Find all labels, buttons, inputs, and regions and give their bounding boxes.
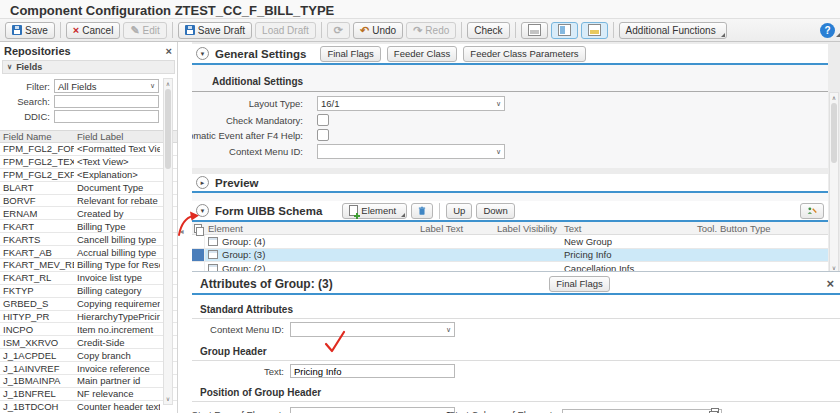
additional-functions-button[interactable]: Additional Functions — [619, 22, 727, 39]
field-row[interactable]: GRBED_S Copying requirements — [0, 298, 177, 311]
check-mandatory-label: Check Mandatory: — [192, 115, 303, 126]
field-label-cell: Invoice reference — [74, 363, 160, 374]
context-menu-dropdown[interactable]: ∨ — [290, 322, 455, 337]
field-row[interactable]: J_1AINVREF Invoice reference — [0, 362, 177, 375]
menu-corner-icon — [721, 33, 725, 37]
field-row[interactable]: FKART_RL Invoice list type — [0, 272, 177, 285]
personalize-icon — [807, 205, 817, 217]
close-attributes-icon[interactable]: × — [826, 278, 834, 289]
field-row[interactable]: ERNAM Created by — [0, 207, 177, 220]
delete-element-button[interactable] — [411, 203, 433, 219]
field-row[interactable]: HITYP_PR HierarchyTypePricing — [0, 311, 177, 324]
form-uibb-schema-header: ▼ Form UIBB Schema Element — [192, 201, 828, 222]
page-title: Component Configuration ZTEST_CC_F_BILL_… — [10, 3, 334, 18]
column-text: Text — [561, 223, 694, 234]
schema-row[interactable]: Group: (4) New Group — [192, 235, 828, 249]
main-area: Repositories × ∨ Fields Filter: All Fiel… — [0, 42, 840, 413]
save-draft-icon — [185, 25, 195, 35]
search-input[interactable] — [54, 95, 159, 108]
repositories-panel: Repositories × ∨ Fields Filter: All Fiel… — [0, 42, 178, 413]
field-row[interactable]: INCPO Item no.increment — [0, 323, 177, 336]
field-label-cell: Billing category — [74, 285, 160, 296]
toolbar-separator — [515, 22, 516, 38]
no-auto-event-checkbox[interactable] — [317, 129, 329, 141]
add-element-button[interactable]: Element — [342, 203, 407, 219]
attributes-panel-title: Attributes of Group: (3) — [200, 277, 333, 291]
scroll-up-icon[interactable]: ∧ — [832, 93, 836, 103]
field-name-cell: FPM_FGL2_EXPLANATION — [0, 169, 74, 180]
field-name-cell: ISM_XKRVO — [0, 337, 74, 348]
field-row[interactable]: J_1BTDCOH Counter header text — [0, 401, 177, 413]
redo-button[interactable]: ↷ Redo — [406, 22, 456, 39]
field-row[interactable]: BLART Document Type — [0, 182, 177, 195]
move-down-button[interactable]: Down — [476, 203, 514, 219]
final-flags-button[interactable]: Final Flags — [320, 46, 380, 62]
field-name-cell: FKTYP — [0, 285, 74, 296]
field-row[interactable]: J_1BNFREL NF relevance — [0, 388, 177, 401]
field-row[interactable]: ISM_XKRVO Credit-Side — [0, 336, 177, 349]
save-draft-button[interactable]: Save Draft — [178, 22, 252, 39]
final-flags-button[interactable]: Final Flags — [549, 276, 609, 292]
check-button[interactable]: Check — [467, 22, 509, 39]
scroll-thumb[interactable] — [165, 89, 171, 169]
repositories-title: Repositories — [4, 45, 71, 57]
field-row[interactable]: J_1ACPDEL Copy branch — [0, 349, 177, 362]
move-up-button[interactable]: Up — [446, 203, 472, 219]
field-row[interactable]: FKTYP Billing category — [0, 285, 177, 298]
configuration-editor: ▼ General Settings Final Flags Feeder Cl… — [192, 42, 840, 413]
field-row[interactable]: J_1BMAINPA Main partner id — [0, 375, 177, 388]
section-expand-icon[interactable]: ► — [196, 176, 209, 189]
help-button[interactable]: ? — [820, 23, 835, 38]
field-row[interactable]: FPM_FGL2_EXPLANATION <Explanation> — [0, 169, 177, 182]
fields-table-header: Field Name Field Label — [0, 130, 177, 143]
group-text-input[interactable] — [290, 364, 455, 378]
personalize-button[interactable] — [800, 203, 824, 219]
filter-dropdown[interactable]: All Fields ∨ — [54, 79, 159, 93]
field-row[interactable]: BORVF Relevant for rebate — [0, 195, 177, 208]
value-help-icon[interactable] — [711, 408, 719, 413]
fields-table: Field Name Field Label FPM_FGL2_FORMATED… — [0, 130, 177, 413]
context-menu-dropdown[interactable]: ∨ — [317, 144, 505, 159]
layout-type-dropdown[interactable]: 16/1 ∨ — [317, 96, 505, 111]
save-button[interactable]: Save — [5, 22, 55, 39]
scroll-thumb[interactable] — [831, 103, 837, 163]
fields-section-toggle[interactable]: ∨ Fields — [2, 60, 175, 74]
field-row[interactable]: FKART_AB Accrual billing type — [0, 246, 177, 259]
row-selector-cell[interactable] — [192, 249, 205, 262]
field-name-cell: INCPO — [0, 324, 74, 335]
layout-left-pane-button[interactable] — [551, 22, 578, 39]
feeder-class-parameters-button[interactable]: Feeder Class Parameters — [463, 46, 585, 62]
close-panel-icon[interactable]: × — [166, 46, 172, 57]
text-label: Text: — [192, 366, 284, 377]
row-selector-cell[interactable] — [192, 235, 205, 248]
field-name-cell: HITYP_PR — [0, 311, 74, 322]
schema-row[interactable]: Group: (3) Pricing Info — [192, 249, 828, 263]
scroll-up-icon[interactable]: ∧ — [166, 79, 170, 89]
field-row[interactable]: FPM_FGL2_TEXT_VIEW <Text View> — [0, 156, 177, 169]
fields-section-title: Fields — [16, 62, 42, 72]
ddic-input[interactable] — [54, 110, 159, 123]
layout-bottom-pane-button[interactable] — [581, 22, 608, 39]
field-row[interactable]: FPM_FGL2_FORMATED_... <Formatted Text Vi… — [0, 143, 177, 156]
start-column-field — [562, 405, 722, 413]
layout-single-pane-button[interactable] — [521, 22, 548, 39]
edit-button[interactable]: ✎ Edit — [123, 22, 166, 39]
undo-button[interactable]: ↶ Undo — [353, 22, 403, 39]
start-row-input[interactable] — [290, 407, 455, 413]
field-row[interactable]: FKART Billing Type — [0, 220, 177, 233]
load-draft-button[interactable]: Load Draft — [255, 22, 316, 39]
refresh-button[interactable]: ⟳ — [327, 22, 350, 39]
scroll-down-icon[interactable]: ∨ — [166, 394, 170, 404]
collapse-panel-icon[interactable]: ◄ — [178, 228, 185, 235]
menu-corner-icon — [836, 33, 840, 37]
cancel-button[interactable]: × Cancel — [66, 22, 121, 39]
editor-scrollbar[interactable]: ∧ ∨ — [829, 92, 839, 274]
field-row[interactable]: FKARTS Cancell billing type — [0, 233, 177, 246]
feeder-class-button[interactable]: Feeder Class — [387, 46, 458, 62]
section-expand-icon[interactable]: ▼ — [196, 204, 209, 217]
field-row[interactable]: FKART_MEV_RESET Billing Type for Reset — [0, 259, 177, 272]
start-column-input[interactable] — [562, 409, 722, 413]
fields-scrollbar[interactable]: ∧ ∨ — [163, 78, 173, 405]
check-mandatory-checkbox[interactable] — [317, 114, 329, 126]
section-expand-icon[interactable]: ▼ — [196, 47, 209, 60]
